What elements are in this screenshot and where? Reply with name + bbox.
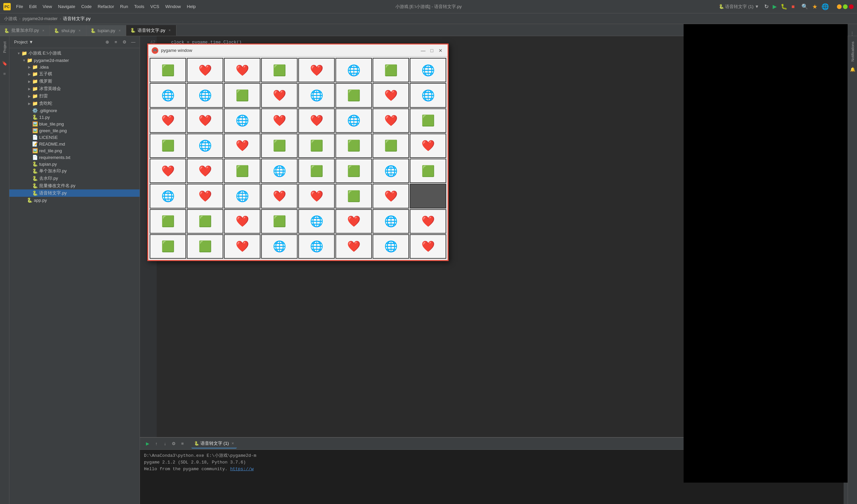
tree-root[interactable]: ▼ 📁 小游戏 E:\小游戏 bbox=[10, 50, 139, 57]
structure-icon[interactable]: ≡ bbox=[3, 71, 6, 76]
sidebar-sync-btn[interactable]: ⊕ bbox=[103, 38, 111, 46]
cell-1-5[interactable]: 🟩 bbox=[335, 83, 372, 107]
cell-3-4[interactable]: 🟩 bbox=[298, 134, 335, 158]
cell-1-1[interactable]: 🌐 bbox=[187, 83, 223, 107]
project-tab[interactable]: Project bbox=[3, 39, 7, 55]
cell-4-1[interactable]: ❤️ bbox=[187, 158, 223, 183]
cell-6-6[interactable]: 🌐 bbox=[373, 209, 409, 234]
cell-4-0[interactable]: ❤️ bbox=[150, 158, 186, 183]
menu-vcs[interactable]: VCS bbox=[148, 3, 162, 11]
tree-snake[interactable]: ▶ 📁 贪吃蛇 bbox=[10, 100, 139, 107]
cell-5-7[interactable] bbox=[410, 184, 446, 208]
cell-5-4[interactable]: ❤️ bbox=[298, 184, 335, 208]
tab-watermark[interactable]: 🐍 批量加水印.py × bbox=[0, 25, 50, 36]
cell-6-1[interactable]: 🟩 bbox=[187, 209, 223, 234]
cell-7-0[interactable]: 🟩 bbox=[150, 234, 186, 259]
minimize-button[interactable] bbox=[837, 4, 842, 9]
bookmarks-icon[interactable]: 🔖 bbox=[2, 61, 7, 66]
tree-requirements[interactable]: ▶ 📄 requirements.txt bbox=[10, 154, 139, 161]
tree-yyzwz[interactable]: ▶ 🐍 语音转文字.py bbox=[10, 189, 139, 197]
menu-file[interactable]: File bbox=[13, 3, 26, 11]
cell-5-6[interactable]: ❤️ bbox=[373, 184, 409, 208]
notif-icon[interactable]: 🔔 bbox=[850, 67, 855, 72]
tree-idea[interactable]: ▶ 📁 .idea bbox=[10, 64, 139, 70]
cell-0-6[interactable]: 🟩 bbox=[373, 58, 409, 82]
maximize-button[interactable] bbox=[843, 4, 847, 9]
cell-0-3[interactable]: 🟩 bbox=[261, 58, 298, 82]
tree-rename[interactable]: ▶ 🐍 批量修改文件名.py bbox=[10, 182, 139, 189]
cell-1-7[interactable]: 🌐 bbox=[410, 83, 446, 107]
cell-1-4[interactable]: 🌐 bbox=[298, 83, 335, 107]
cell-3-6[interactable]: 🟩 bbox=[373, 134, 409, 158]
run-settings-btn[interactable]: ⚙ bbox=[170, 440, 178, 448]
cell-7-4[interactable]: 🌐 bbox=[298, 234, 335, 259]
run-config-dropdown[interactable]: 🐍 语音转文字 (1) ▼ bbox=[719, 4, 759, 10]
debug-icon[interactable]: 🐛 bbox=[781, 3, 787, 10]
tab-close-tupian[interactable]: × bbox=[117, 28, 122, 33]
menu-refactor[interactable]: Refactor bbox=[95, 3, 117, 11]
cell-2-4[interactable]: ❤️ bbox=[298, 108, 335, 133]
cell-2-5[interactable]: 🌐 bbox=[335, 108, 372, 133]
cell-1-3[interactable]: ❤️ bbox=[261, 83, 298, 107]
menu-navigate[interactable]: Navigate bbox=[55, 3, 78, 11]
cell-6-3[interactable]: 🟩 bbox=[261, 209, 298, 234]
breadcrumb-item-file[interactable]: 语音转文字.py bbox=[63, 16, 90, 22]
tree-gobang[interactable]: ▶ 📁 五子棋 bbox=[10, 70, 139, 78]
tab-shui[interactable]: 🐍 shui.py × bbox=[50, 25, 86, 36]
pygame-link[interactable]: https://w bbox=[230, 467, 253, 472]
run-scroll-up-btn[interactable]: ↑ bbox=[153, 440, 160, 448]
cell-0-0[interactable]: 🟩 bbox=[150, 58, 186, 82]
cell-5-5[interactable]: 🟩 bbox=[335, 184, 372, 208]
tree-tetris[interactable]: ▶ 📁 俄罗斯 bbox=[10, 78, 139, 85]
cell-3-1[interactable]: 🌐 bbox=[187, 134, 223, 158]
cell-4-5[interactable]: 🟩 bbox=[335, 158, 372, 183]
tree-minesweeper[interactable]: ▶ 📁 扫雷 bbox=[10, 93, 139, 100]
tab-close-shui[interactable]: × bbox=[77, 28, 82, 33]
tree-red-tile[interactable]: ▶ 🖼️ red_tile.png bbox=[10, 147, 139, 154]
cell-2-6[interactable]: ❤️ bbox=[373, 108, 409, 133]
breadcrumb-item-root[interactable]: 小游戏 bbox=[4, 16, 17, 22]
cell-7-6[interactable]: 🌐 bbox=[373, 234, 409, 259]
cell-5-1[interactable]: ❤️ bbox=[187, 184, 223, 208]
tree-single-watermark[interactable]: ▶ 🐍 单个加水印.py bbox=[10, 167, 139, 175]
run-filter-btn[interactable]: ≡ bbox=[179, 440, 186, 448]
cell-0-2[interactable]: ❤️ bbox=[224, 58, 261, 82]
tree-remove-watermark[interactable]: ▶ 🐍 去水印.py bbox=[10, 175, 139, 182]
cell-0-5[interactable]: 🌐 bbox=[335, 58, 372, 82]
cell-6-5[interactable]: ❤️ bbox=[335, 209, 372, 234]
run-tab-close[interactable]: × bbox=[232, 441, 234, 446]
cell-2-2[interactable]: 🌐 bbox=[224, 108, 261, 133]
refresh-icon[interactable]: ↻ bbox=[764, 3, 769, 10]
sidebar-hide-btn[interactable]: — bbox=[130, 38, 137, 46]
cell-1-0[interactable]: 🌐 bbox=[150, 83, 186, 107]
profile-icon[interactable]: 🌐 bbox=[822, 3, 829, 11]
tab-more-button[interactable]: ⋮ bbox=[847, 31, 857, 36]
notifications-tab[interactable]: Notifications bbox=[851, 41, 855, 62]
cell-1-2[interactable]: 🟩 bbox=[224, 83, 261, 107]
bookmark-icon[interactable]: ★ bbox=[812, 3, 818, 11]
cell-5-0[interactable]: 🌐 bbox=[150, 184, 186, 208]
run-restart-btn[interactable]: ▶ bbox=[144, 440, 151, 448]
tree-license[interactable]: ▶ 📄 LICENSE bbox=[10, 134, 139, 140]
tab-yyzwz[interactable]: 🐍 语音转文字.py × bbox=[126, 25, 176, 36]
close-button[interactable] bbox=[849, 4, 854, 9]
tree-ice[interactable]: ▶ 📁 冰雪英雄会 bbox=[10, 85, 139, 93]
cell-5-3[interactable]: ❤️ bbox=[261, 184, 298, 208]
cell-2-1[interactable]: ❤️ bbox=[187, 108, 223, 133]
cell-4-2[interactable]: 🟩 bbox=[224, 158, 261, 183]
tab-close-watermark[interactable]: × bbox=[41, 28, 46, 33]
cell-0-4[interactable]: ❤️ bbox=[298, 58, 335, 82]
tree-blue-tile[interactable]: ▶ 🖼️ blue_tile.png bbox=[10, 120, 139, 127]
stop-icon[interactable]: ■ bbox=[791, 4, 795, 10]
cell-4-7[interactable]: 🟩 bbox=[410, 158, 446, 183]
run-scroll-down-btn[interactable]: ↓ bbox=[161, 440, 169, 448]
menu-window[interactable]: Window bbox=[163, 3, 183, 11]
menu-view[interactable]: View bbox=[40, 3, 54, 11]
breadcrumb-item-folder[interactable]: pygame2d-master bbox=[22, 16, 57, 21]
cell-6-4[interactable]: 🌐 bbox=[298, 209, 335, 234]
cell-3-3[interactable]: 🟩 bbox=[261, 134, 298, 158]
cell-3-2[interactable]: ❤️ bbox=[224, 134, 261, 158]
run-icon[interactable]: ▶ bbox=[773, 3, 777, 10]
menu-run[interactable]: Run bbox=[118, 3, 131, 11]
tree-readme[interactable]: ▶ 📝 README.md bbox=[10, 140, 139, 147]
